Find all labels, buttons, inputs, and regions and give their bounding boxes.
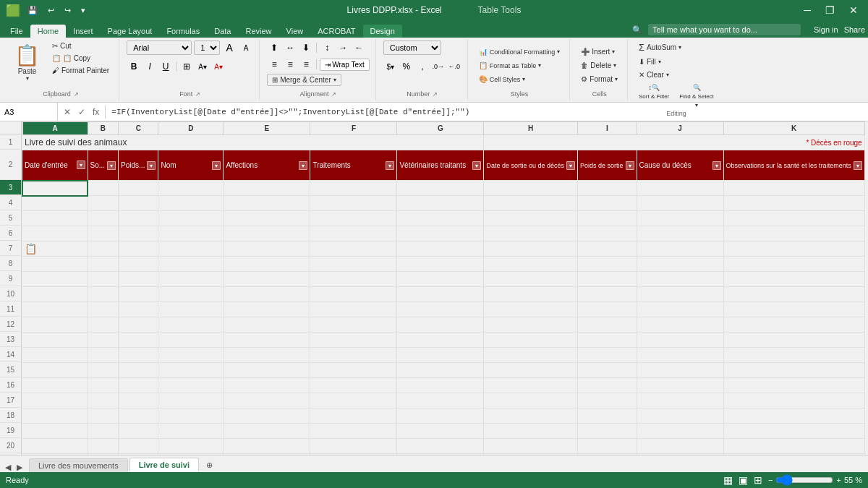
title-cell[interactable]: Livre de suivi des animaux (22, 135, 484, 150)
insert-function-btn[interactable]: fx (90, 106, 102, 119)
header-affections[interactable]: Affections ▾ (224, 150, 310, 181)
header-observations[interactable]: Observations sur la santé et les traitem… (723, 150, 864, 181)
find-select-btn[interactable]: 🔍 Find & Select ▾ (676, 82, 718, 110)
col-header-e[interactable]: E (224, 122, 310, 135)
header-date-sortie[interactable]: Date de sortie ou de décès ▾ (484, 150, 578, 181)
sort-filter-btn[interactable]: ↕🔍 Sort & Filter (635, 82, 673, 110)
cell-f3[interactable] (310, 181, 397, 196)
col-header-a[interactable]: A (22, 122, 88, 135)
add-sheet-btn[interactable]: ⊕ (200, 458, 218, 472)
search-input[interactable]: Tell me what you want to do... (648, 24, 801, 35)
filter-date-sortie[interactable]: ▾ (566, 161, 575, 170)
insert-btn[interactable]: ➕ Insert ▾ (577, 46, 618, 57)
percent-btn[interactable]: % (399, 59, 414, 74)
font-size-select[interactable]: 11 (194, 40, 220, 55)
tab-file[interactable]: File (3, 25, 30, 38)
cell-d3[interactable] (158, 181, 224, 196)
confirm-formula-btn[interactable]: ✓ (75, 106, 88, 119)
cell-e3[interactable] (224, 181, 310, 196)
indent-decrease-btn[interactable]: ← (352, 40, 366, 55)
italic-btn[interactable]: I (142, 59, 157, 74)
header-veterinaires[interactable]: Vétérinaires traitants ▾ (397, 150, 484, 181)
tab-home[interactable]: Home (30, 25, 66, 38)
tab-data[interactable]: Data (207, 25, 238, 38)
header-traitements[interactable]: Traitements ▾ (310, 150, 397, 181)
qat-save[interactable]: 💾 (25, 4, 41, 17)
merge-center-btn[interactable]: ⊞ Merge & Center ▾ (267, 74, 341, 86)
col-header-k[interactable]: K (723, 122, 864, 135)
bold-btn[interactable]: B (127, 59, 141, 74)
tab-page-layout[interactable]: Page Layout (101, 25, 160, 38)
format-as-table-btn[interactable]: 📋 Format as Table ▾ (475, 60, 545, 71)
bottom-align-btn[interactable]: ⬇ (299, 40, 313, 55)
number-expand[interactable]: ↗ (433, 91, 438, 98)
tab-design[interactable]: Design (363, 25, 402, 38)
share-btn[interactable]: Share (844, 25, 865, 34)
cancel-formula-btn[interactable]: ✕ (61, 106, 74, 119)
tab-acrobat[interactable]: ACROBAT (310, 25, 362, 38)
left-align-btn[interactable]: ≡ (267, 57, 281, 72)
paste-indicator[interactable]: 📋 (25, 243, 37, 254)
paste-btn[interactable]: 📋 Paste ▾ (9, 40, 46, 85)
col-header-g[interactable]: G (397, 122, 484, 135)
col-header-f[interactable]: F (310, 122, 397, 135)
col-header-c[interactable]: C (119, 122, 158, 135)
tab-review[interactable]: Review (238, 25, 278, 38)
cell-b3[interactable] (88, 181, 119, 196)
filter-poids[interactable]: ▾ (147, 161, 156, 170)
cell-a3[interactable] (22, 181, 88, 196)
minimize-btn[interactable]: ─ (799, 3, 815, 17)
restore-btn[interactable]: ❐ (821, 3, 839, 17)
normal-view-btn[interactable]: ▦ (723, 474, 733, 486)
format-painter-btn[interactable]: 🖌 Format Painter (48, 65, 113, 76)
clear-btn[interactable]: ✕ Clear ▾ (635, 69, 673, 80)
qat-undo[interactable]: ↩ (45, 4, 57, 17)
next-sheet-btn[interactable]: ▶ (14, 463, 25, 472)
filter-nom[interactable]: ▾ (212, 161, 221, 170)
comma-btn[interactable]: , (415, 59, 430, 74)
number-format-select[interactable]: Custom General Number Currency Percentag… (383, 40, 441, 55)
filter-affections[interactable]: ▾ (299, 161, 307, 170)
fill-btn[interactable]: ⬇ Fill ▾ (635, 56, 665, 67)
cell-j3[interactable] (637, 181, 723, 196)
col-header-j[interactable]: J (637, 122, 723, 135)
border-btn[interactable]: ⊞ (179, 59, 194, 74)
filter-traitements[interactable]: ▾ (386, 161, 394, 170)
format-btn[interactable]: ⚙ Format ▾ (577, 74, 621, 85)
cell-i3[interactable] (578, 181, 637, 196)
filter-poids-sortie[interactable]: ▾ (626, 161, 634, 170)
prev-sheet-btn[interactable]: ◀ (3, 463, 13, 472)
cell-styles-btn[interactable]: 🎨 Cell Styles ▾ (475, 74, 529, 85)
page-break-view-btn[interactable]: ⊞ (754, 474, 762, 486)
sheet-tab-mouvements[interactable]: Livre des mouvements (29, 458, 128, 472)
signin-btn[interactable]: Sign in (814, 25, 838, 34)
alignment-expand[interactable]: ↗ (331, 91, 336, 98)
header-sortie[interactable]: So... ▾ (88, 150, 119, 181)
col-header-b[interactable]: B (88, 122, 119, 135)
decrease-decimal-btn[interactable]: ←.0 (447, 59, 461, 74)
fill-color-btn[interactable]: A▾ (195, 59, 210, 74)
font-name-select[interactable]: Arial (127, 40, 192, 55)
col-header-h[interactable]: H (484, 122, 578, 135)
font-color-btn[interactable]: A▾ (211, 59, 226, 74)
autosum-btn[interactable]: Σ AutoSum ▾ (635, 40, 685, 54)
close-btn[interactable]: ✕ (845, 3, 862, 17)
increase-font-btn[interactable]: A (222, 40, 237, 55)
qat-more[interactable]: ▾ (78, 4, 88, 17)
right-align-btn[interactable]: ≡ (299, 57, 313, 72)
decrease-font-btn[interactable]: A (239, 40, 253, 55)
middle-align-btn[interactable]: ↔ (283, 40, 297, 55)
accounting-btn[interactable]: $▾ (383, 59, 398, 74)
cell-g3[interactable] (397, 181, 484, 196)
col-header-i[interactable]: I (578, 122, 637, 135)
header-cause-deces[interactable]: Cause du décès ▾ (637, 150, 723, 181)
page-layout-view-btn[interactable]: ▣ (739, 474, 748, 486)
font-expand[interactable]: ↗ (195, 91, 200, 98)
zoom-in-btn[interactable]: + (836, 476, 841, 484)
cell-a7[interactable]: 📋 (22, 241, 88, 257)
header-poids[interactable]: Poids... ▾ (119, 150, 158, 181)
clipboard-expand[interactable]: ↗ (74, 91, 79, 98)
col-header-d[interactable]: D (158, 122, 224, 135)
name-box[interactable]: A3 (0, 103, 58, 121)
tab-insert[interactable]: Insert (66, 25, 101, 38)
